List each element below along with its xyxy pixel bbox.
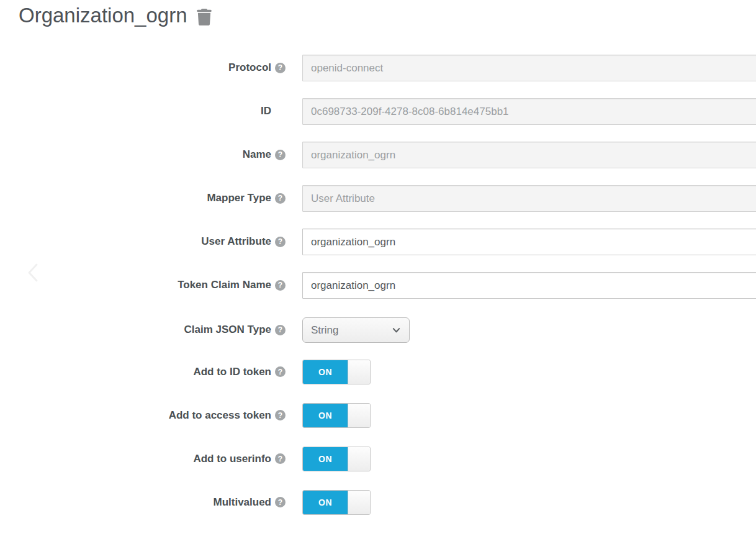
help-icon[interactable]: ?	[275, 325, 286, 335]
name-input	[302, 142, 756, 168]
form-row-protocol: Protocol ?	[0, 55, 756, 81]
form-row-add-to-userinfo: Add to userinfo ? ON	[0, 447, 756, 471]
form-row-add-to-access-token: Add to access token ? ON	[0, 403, 756, 428]
id-label: ID	[261, 105, 271, 117]
add-to-access-token-toggle[interactable]: ON	[302, 403, 371, 428]
help-icon[interactable]: ?	[275, 410, 286, 420]
multivalued-toggle[interactable]: ON	[302, 490, 371, 515]
help-icon[interactable]: ?	[275, 280, 286, 291]
help-icon[interactable]: ?	[275, 453, 286, 464]
help-icon[interactable]: ?	[275, 63, 286, 73]
page-header: Organization_ogrn	[19, 4, 213, 27]
token-claim-name-label: Token Claim Name	[178, 279, 271, 291]
id-input	[302, 98, 756, 125]
form-row-add-to-id-token: Add to ID token ? ON	[0, 360, 756, 384]
select-value: String	[311, 324, 338, 337]
add-to-userinfo-label: Add to userinfo	[193, 453, 271, 465]
form-row-name: Name ?	[0, 142, 756, 168]
chevron-down-icon	[392, 325, 401, 335]
mapper-type-label: Mapper Type	[207, 192, 271, 204]
multivalued-label: Multivalued	[213, 496, 271, 509]
toggle-on-label: ON	[303, 447, 348, 471]
help-icon[interactable]: ?	[275, 497, 286, 507]
form-row-multivalued: Multivalued ? ON	[0, 490, 756, 515]
claim-json-type-label: Claim JSON Type	[184, 324, 271, 336]
add-to-access-token-label: Add to access token	[169, 409, 271, 422]
toggle-handle[interactable]	[348, 360, 370, 384]
add-to-id-token-toggle[interactable]: ON	[302, 360, 371, 384]
protocol-label: Protocol	[228, 61, 271, 74]
delete-mapper-button[interactable]	[196, 7, 213, 26]
form-row-id: ID ?	[0, 98, 756, 125]
form-row-token-claim-name: Token Claim Name ?	[0, 272, 756, 299]
mapper-form: Protocol ? ID ? Name ? Mapper Type ?	[0, 55, 756, 532]
protocol-input	[302, 55, 756, 81]
toggle-handle[interactable]	[348, 404, 370, 427]
toggle-on-label: ON	[303, 360, 348, 384]
user-attribute-input[interactable]	[302, 229, 756, 255]
name-label: Name	[243, 148, 271, 161]
mapper-type-input	[302, 185, 756, 212]
claim-json-type-select[interactable]: String	[302, 317, 410, 343]
help-icon[interactable]: ?	[275, 237, 286, 247]
toggle-on-label: ON	[303, 404, 348, 427]
user-attribute-label: User Attribute	[201, 235, 271, 248]
help-icon[interactable]: ?	[275, 366, 286, 377]
form-row-claim-json-type: Claim JSON Type ? String	[0, 317, 756, 343]
help-icon[interactable]: ?	[275, 150, 286, 160]
toggle-handle[interactable]	[348, 491, 370, 514]
help-icon[interactable]: ?	[275, 193, 286, 204]
trash-icon	[197, 9, 212, 25]
add-to-userinfo-toggle[interactable]: ON	[302, 447, 371, 471]
page-title: Organization_ogrn	[19, 4, 187, 27]
token-claim-name-input[interactable]	[302, 272, 756, 299]
form-row-user-attribute: User Attribute ?	[0, 229, 756, 255]
toggle-on-label: ON	[303, 491, 348, 514]
form-row-mapper-type: Mapper Type ?	[0, 185, 756, 212]
toggle-handle[interactable]	[348, 447, 370, 471]
add-to-id-token-label: Add to ID token	[193, 366, 271, 378]
